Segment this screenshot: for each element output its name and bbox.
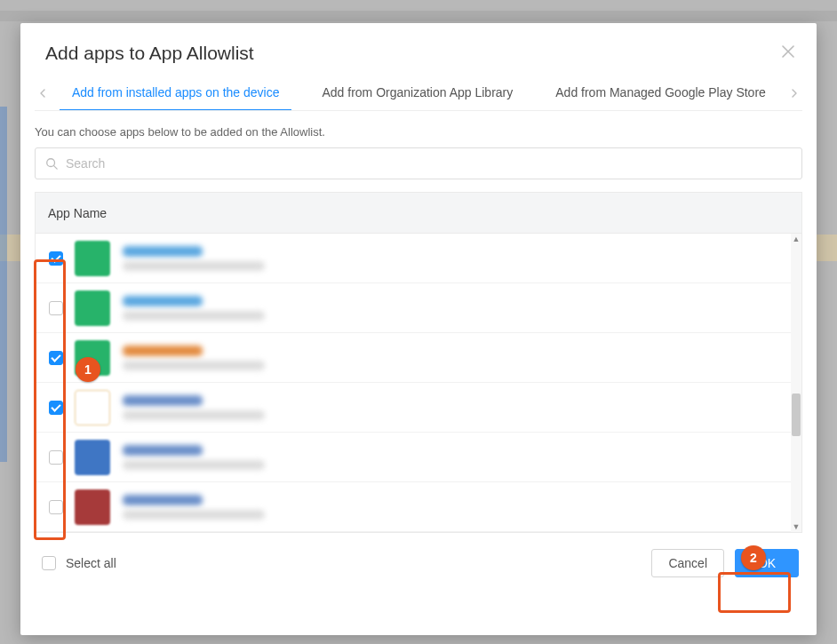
add-apps-modal: Add apps to App Allowlist Add from insta… (20, 23, 817, 635)
table-row[interactable] (36, 234, 791, 283)
row-checkbox[interactable] (49, 251, 63, 266)
app-icon (75, 340, 110, 376)
app-list: ▲ ▼ (35, 233, 802, 533)
app-icon (75, 290, 110, 326)
row-checkbox[interactable] (49, 500, 63, 514)
search-input[interactable] (35, 147, 802, 179)
modal-footer: Select all Cancel OK (20, 533, 817, 593)
tab-org-library[interactable]: Add from Organization App Library (309, 85, 525, 110)
table-row[interactable] (36, 482, 791, 532)
select-all-checkbox[interactable] (42, 556, 56, 570)
scrollbar[interactable]: ▲ ▼ (791, 234, 801, 532)
app-icon (75, 241, 110, 276)
tabs: Add from installed apps on the device Ad… (35, 85, 802, 111)
app-icon (75, 489, 110, 525)
tab-google-play[interactable]: Add from Managed Google Play Store (543, 85, 778, 110)
app-label (123, 346, 782, 370)
close-icon[interactable] (779, 43, 797, 60)
app-icon (75, 440, 110, 475)
cancel-button[interactable]: Cancel (651, 549, 724, 577)
modal-title: Add apps to App Allowlist (45, 43, 792, 64)
table-row[interactable] (36, 283, 791, 333)
tab-installed-apps[interactable]: Add from installed apps on the device (60, 85, 291, 110)
app-icon (75, 390, 110, 425)
search-icon (45, 157, 58, 170)
scroll-thumb[interactable] (792, 394, 801, 436)
ok-button[interactable]: OK (735, 549, 799, 577)
row-checkbox[interactable] (49, 450, 63, 465)
table-row[interactable] (36, 333, 791, 383)
table-header: App Name (35, 192, 802, 233)
app-label (123, 296, 782, 321)
row-checkbox[interactable] (49, 401, 63, 415)
scroll-down-icon[interactable]: ▼ (791, 521, 801, 532)
column-header-app-name: App Name (48, 206, 107, 220)
svg-line-1 (54, 166, 58, 170)
tabs-scroll-right[interactable] (786, 87, 802, 109)
select-all-label: Select all (66, 556, 116, 570)
tabs-scroll-left[interactable] (35, 87, 51, 109)
hint-text: You can choose apps below to be added on… (20, 111, 817, 147)
app-label (123, 395, 782, 420)
select-all[interactable]: Select all (38, 553, 116, 573)
app-label (123, 445, 782, 470)
row-checkbox[interactable] (49, 301, 63, 315)
scroll-up-icon[interactable]: ▲ (791, 234, 801, 244)
table-row[interactable] (36, 383, 791, 433)
app-label (123, 495, 782, 520)
app-label (123, 246, 782, 271)
modal-header: Add apps to App Allowlist (20, 23, 817, 64)
table-row[interactable] (36, 433, 791, 482)
row-checkbox[interactable] (49, 351, 63, 365)
